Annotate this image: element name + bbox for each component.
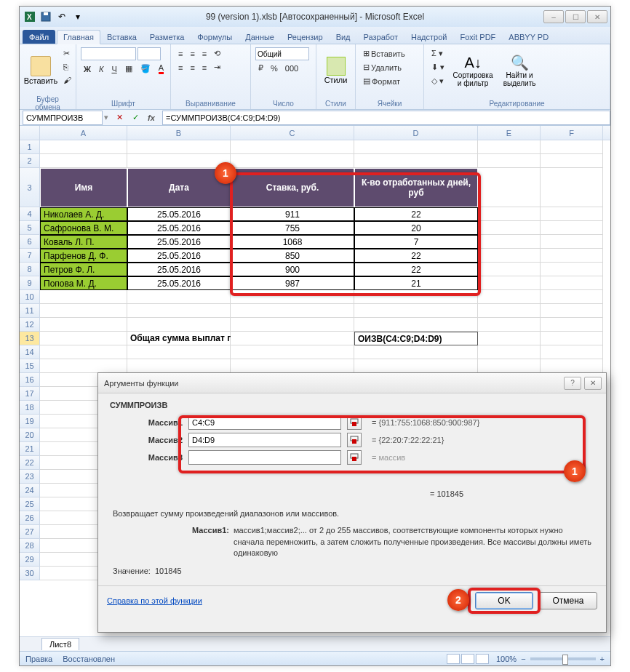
cell[interactable]	[541, 207, 603, 221]
cell[interactable]	[354, 318, 478, 332]
tab-abbyy[interactable]: ABBYY PD	[502, 30, 555, 44]
align-center[interactable]: ≡	[187, 61, 197, 73]
cell[interactable]	[127, 318, 231, 332]
cell[interactable]	[541, 276, 603, 290]
cell[interactable]	[541, 345, 603, 359]
cell-rate[interactable]: 755	[231, 221, 354, 235]
header-days[interactable]: К-во отработанных дней, руб	[354, 168, 478, 207]
cell[interactable]	[478, 221, 541, 235]
row-18[interactable]: 18	[20, 401, 40, 415]
cell[interactable]	[231, 318, 354, 332]
arg-input-1[interactable]	[188, 433, 341, 447]
zoom-slider[interactable]	[530, 657, 596, 660]
cell[interactable]	[127, 304, 231, 318]
row-11[interactable]: 11	[20, 304, 40, 318]
cell[interactable]	[40, 154, 127, 168]
formula-input[interactable]: =СУММПРОИЗВ(C4:C9;D4:D9)	[162, 111, 610, 125]
cell-rate[interactable]: 850	[231, 249, 354, 263]
view-break[interactable]	[476, 654, 489, 664]
cell[interactable]	[478, 235, 541, 249]
cell[interactable]	[127, 345, 231, 359]
minimize-button[interactable]: –	[543, 10, 564, 23]
accept-formula-icon[interactable]: ✓	[129, 111, 142, 124]
cell[interactable]	[478, 249, 541, 263]
row-20[interactable]: 20	[20, 428, 40, 442]
row-16[interactable]: 16	[20, 373, 40, 387]
cell[interactable]	[478, 345, 541, 359]
cell-days[interactable]: 21	[354, 276, 478, 290]
cell-rate[interactable]: 900	[231, 263, 354, 276]
align-mid[interactable]: ≡	[187, 47, 197, 60]
row-10[interactable]: 10	[20, 290, 40, 304]
cell-name[interactable]: Николаев А. Д.	[40, 207, 127, 221]
cell-name[interactable]: Попова М. Д.	[40, 276, 127, 290]
cell[interactable]	[541, 290, 603, 304]
cell[interactable]	[541, 263, 603, 276]
cell-name[interactable]: Парфенов Д. Ф.	[40, 249, 127, 263]
cell[interactable]	[127, 290, 231, 304]
tab-dev[interactable]: Разработ	[357, 30, 404, 44]
tab-foxit[interactable]: Foxit PDF	[453, 30, 502, 44]
fill-color-button[interactable]: 🪣	[137, 62, 153, 76]
cell[interactable]	[231, 345, 354, 359]
cell[interactable]	[40, 359, 127, 373]
align-right[interactable]: ≡	[199, 61, 210, 73]
cell[interactable]	[478, 207, 541, 221]
cell[interactable]	[40, 332, 127, 345]
currency[interactable]: ₽	[255, 62, 266, 74]
clear[interactable]: ◇ ▾	[428, 75, 447, 87]
cell-date[interactable]: 25.05.2016	[127, 221, 231, 235]
row-28[interactable]: 28	[20, 539, 40, 553]
cell[interactable]	[541, 140, 603, 154]
cell-rate[interactable]: 1068	[231, 235, 354, 249]
tab-file[interactable]: Файл	[23, 30, 55, 44]
cell[interactable]	[231, 304, 354, 318]
underline-button[interactable]: Ч	[108, 62, 119, 76]
cell-name[interactable]: Сафронова В. М.	[40, 221, 127, 235]
cell[interactable]	[40, 290, 127, 304]
cell[interactable]	[354, 304, 478, 318]
row-27[interactable]: 27	[20, 525, 40, 539]
cell[interactable]	[127, 154, 231, 168]
zoom-out[interactable]: −	[521, 655, 525, 663]
help-link[interactable]: Справка по этой функции	[107, 596, 202, 605]
row-8[interactable]: 8	[20, 263, 40, 276]
cell[interactable]	[354, 359, 478, 373]
number-format[interactable]	[255, 47, 309, 60]
cell-date[interactable]: 25.05.2016	[127, 249, 231, 263]
tab-addins[interactable]: Надстрой	[404, 30, 453, 44]
tab-layout[interactable]: Разметка	[143, 30, 191, 44]
cell[interactable]	[541, 304, 603, 318]
view-normal[interactable]	[447, 654, 460, 664]
col-C[interactable]: C	[231, 126, 354, 140]
align-top[interactable]: ≡	[175, 47, 186, 60]
copy-button[interactable]: ⎘	[60, 61, 74, 73]
cell-days[interactable]: 20	[354, 221, 478, 235]
select-all-corner[interactable]	[20, 126, 40, 140]
header-name[interactable]: Имя	[40, 168, 127, 207]
cell[interactable]	[541, 332, 603, 345]
cell-rate[interactable]: 987	[231, 276, 354, 290]
cell-date[interactable]: 25.05.2016	[127, 263, 231, 276]
bold-button[interactable]: Ж	[81, 62, 94, 76]
row-13[interactable]: 13	[20, 332, 40, 345]
row-5[interactable]: 5	[20, 221, 40, 235]
cancel-button[interactable]: Отмена	[539, 592, 597, 609]
cell[interactable]	[40, 318, 127, 332]
italic-button[interactable]: К	[96, 62, 106, 76]
zoom-level[interactable]: 100%	[496, 655, 517, 663]
row-30[interactable]: 30	[20, 567, 40, 580]
cell[interactable]	[541, 154, 603, 168]
row-1[interactable]: 1	[20, 140, 40, 154]
styles-button[interactable]: Стили	[321, 47, 351, 94]
indent[interactable]: ⇥	[211, 61, 223, 73]
arg-input-0[interactable]	[188, 415, 341, 430]
cell[interactable]	[478, 318, 541, 332]
insert-cells[interactable]: ⊞ Вставить	[360, 47, 408, 60]
font-select[interactable]	[81, 47, 136, 60]
fill[interactable]: ⬇ ▾	[428, 61, 447, 73]
cell[interactable]	[478, 168, 541, 207]
row-2[interactable]: 2	[20, 154, 40, 168]
name-box[interactable]: СУММПРОИЗВ	[23, 111, 103, 125]
font-color-button[interactable]: A	[156, 62, 167, 76]
